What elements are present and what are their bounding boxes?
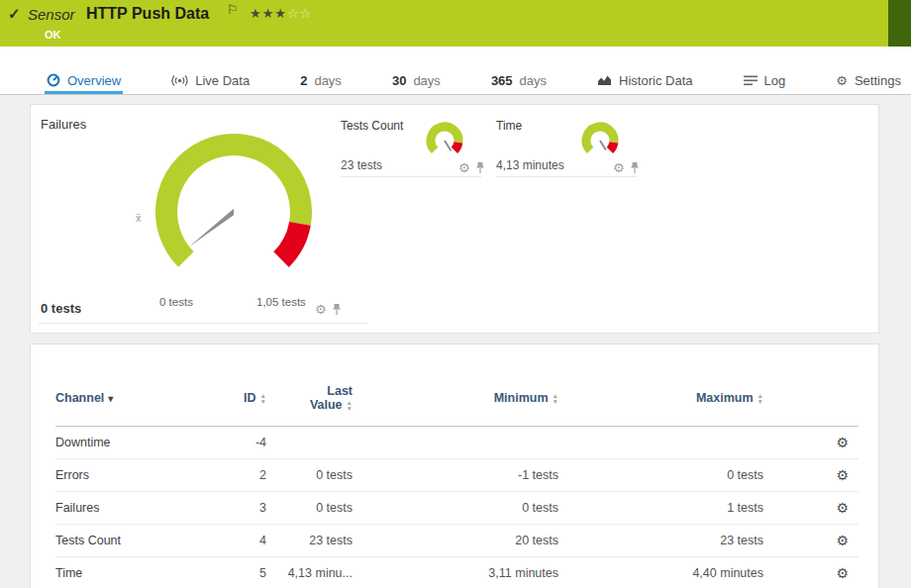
- tab-number: 2: [300, 73, 307, 88]
- tab-2-days[interactable]: 2 days: [298, 67, 344, 94]
- tab-settings[interactable]: ⚙ Settings: [834, 67, 903, 94]
- cell-id: 5: [204, 566, 266, 580]
- object-kind-label: Sensor: [28, 6, 75, 23]
- channel-settings-icon[interactable]: ⚙: [836, 565, 849, 581]
- cell-last: 0 tests: [266, 468, 353, 482]
- tab-overview[interactable]: Overview: [45, 67, 123, 94]
- tests-count-gauge: [422, 121, 467, 162]
- tab-historic-data[interactable]: Historic Data: [595, 67, 694, 94]
- live-data-icon: [171, 74, 188, 87]
- gauge-actions: ⚙: [315, 303, 342, 316]
- stars-filled[interactable]: ★★★: [250, 6, 287, 21]
- channel-settings-icon[interactable]: ⚙: [836, 533, 849, 548]
- channel-settings-icon[interactable]: ⚙: [836, 467, 849, 483]
- header-label: Channel: [55, 391, 104, 405]
- gauge-mean-marker: x̄: [136, 212, 142, 224]
- gauges-panel: Failures x̄ 0 tests 1,05 tests 0 tests ⚙…: [30, 104, 879, 334]
- gauge-current-value: 0 tests: [41, 301, 81, 316]
- cell-id: 3: [204, 501, 266, 515]
- tab-number: 365: [491, 73, 513, 88]
- channel-settings-icon[interactable]: ⚙: [836, 435, 849, 450]
- pin-icon[interactable]: [475, 161, 485, 174]
- cell-channel: Failures: [55, 501, 204, 515]
- cell-last: 0 tests: [266, 501, 353, 515]
- cell-channel: Tests Count: [55, 534, 204, 547]
- cell-max: 4,40 minutes: [558, 566, 763, 580]
- tab-label: days: [314, 73, 341, 88]
- tab-365-days[interactable]: 365 days: [489, 67, 549, 94]
- header-label: Minimum: [494, 391, 549, 405]
- cell-channel: Time: [55, 566, 204, 580]
- status-badge: OK: [45, 29, 61, 41]
- header-channel[interactable]: Channel▾: [55, 391, 204, 405]
- pin-icon[interactable]: [630, 161, 640, 174]
- sort-desc-icon: ▾: [108, 393, 113, 404]
- divider: [341, 176, 481, 177]
- cell-max: 0 tests: [558, 468, 763, 482]
- table-row: Downtime -4 ⚙: [55, 427, 859, 459]
- channel-settings-icon[interactable]: ⚙: [836, 500, 849, 516]
- stars-empty[interactable]: ☆☆: [287, 6, 312, 21]
- cell-id: 2: [204, 468, 266, 482]
- gear-icon[interactable]: ⚙: [315, 303, 327, 316]
- pin-icon[interactable]: [332, 303, 342, 316]
- cell-channel: Errors: [55, 468, 204, 482]
- cell-min: 3,11 minutes: [353, 566, 558, 580]
- table-row: Failures 3 0 tests 0 tests 1 tests ⚙: [55, 492, 859, 525]
- gauge-title-failures: Failures: [41, 117, 86, 132]
- status-check-icon: ✓: [8, 5, 21, 23]
- historic-data-icon: [597, 74, 612, 86]
- cell-max: 1 tests: [558, 501, 763, 515]
- tab-log[interactable]: Log: [742, 67, 788, 94]
- tab-label: Overview: [67, 73, 121, 88]
- tab-label: days: [520, 73, 547, 88]
- gauge-current-value: 23 tests: [341, 158, 382, 172]
- gauge-scale-max: 1,05 tests: [256, 296, 306, 308]
- channels-table-panel: Channel▾ ID▲▼ Last Value▲▼ Minimum▲▼ Max…: [30, 343, 879, 588]
- tab-live-data[interactable]: Live Data: [169, 67, 252, 94]
- table-header-row: Channel▾ ID▲▼ Last Value▲▼ Minimum▲▼ Max…: [55, 370, 859, 427]
- cell-min: 20 tests: [353, 534, 558, 547]
- gear-icon[interactable]: ⚙: [613, 161, 625, 174]
- tab-label: days: [413, 73, 440, 88]
- cell-last: 4,13 minu...: [266, 566, 353, 580]
- gauge-current-value: 4,13 minutes: [496, 158, 564, 172]
- sensor-header: ✓ Sensor HTTP Push Data ⚐ ★★★☆☆ OK: [0, 0, 911, 47]
- cell-id: 4: [204, 534, 266, 547]
- gauge-title-tests-count: Tests Count: [341, 119, 403, 133]
- cell-min: 0 tests: [353, 501, 558, 515]
- tab-label: Log: [764, 73, 786, 88]
- divider: [39, 323, 367, 324]
- priority-flag-icon[interactable]: ⚐: [227, 2, 239, 17]
- header-label: ID: [244, 391, 256, 405]
- tab-label: Live Data: [195, 73, 250, 88]
- tab-30-days[interactable]: 30 days: [390, 67, 443, 94]
- tab-bar: Overview Live Data 2 days 30 days 365 da…: [0, 67, 911, 95]
- time-gauge: [577, 121, 623, 162]
- cell-min: -1 tests: [353, 468, 558, 482]
- priority-stars[interactable]: ★★★☆☆: [250, 6, 312, 21]
- header-corner-block: [888, 0, 911, 47]
- overview-icon: [47, 73, 60, 87]
- sensor-title: HTTP Push Data: [86, 5, 209, 23]
- header-minimum[interactable]: Minimum▲▼: [353, 391, 558, 405]
- sort-icon[interactable]: ▲▼: [758, 393, 763, 404]
- table-row: Errors 2 0 tests -1 tests 0 tests ⚙: [55, 459, 859, 492]
- header-label: Maximum: [696, 391, 754, 405]
- gear-icon: ⚙: [836, 73, 848, 88]
- header-id[interactable]: ID▲▼: [204, 391, 266, 405]
- tab-label: Historic Data: [619, 73, 692, 88]
- cell-max: 23 tests: [558, 534, 763, 547]
- failures-gauge: [145, 123, 323, 301]
- table-row: Tests Count 4 23 tests 20 tests 23 tests…: [55, 525, 859, 557]
- gear-icon[interactable]: ⚙: [458, 161, 470, 174]
- header-label: Value: [310, 398, 343, 412]
- gauge-scale-min: 0 tests: [159, 296, 193, 308]
- channels-table: Channel▾ ID▲▼ Last Value▲▼ Minimum▲▼ Max…: [31, 344, 878, 588]
- log-icon: [744, 75, 758, 86]
- header-maximum[interactable]: Maximum▲▼: [558, 391, 763, 405]
- cell-channel: Downtime: [55, 436, 204, 449]
- cell-last: 23 tests: [266, 534, 353, 547]
- header-last-value[interactable]: Last Value▲▼: [266, 384, 353, 412]
- table-row: Time 5 4,13 minu... 3,11 minutes 4,40 mi…: [55, 557, 859, 588]
